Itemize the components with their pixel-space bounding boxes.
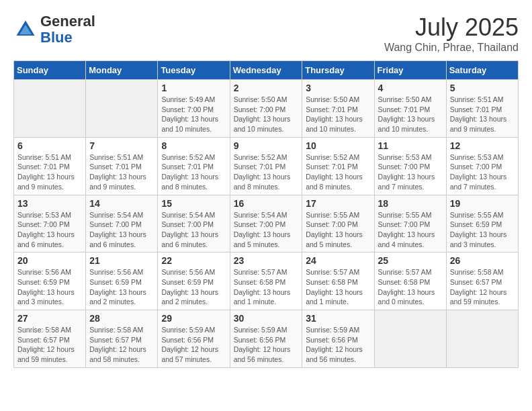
- day-number: 28: [89, 313, 154, 324]
- weekday-wednesday: Wednesday: [230, 61, 302, 80]
- day-number: 27: [17, 313, 82, 324]
- calendar-cell: 13Sunrise: 5:53 AM Sunset: 7:00 PM Dayli…: [14, 195, 86, 253]
- day-number: 2: [234, 83, 299, 93]
- weekday-tuesday: Tuesday: [158, 61, 230, 80]
- logo-text: General Blue: [40, 13, 95, 46]
- day-info: Sunrise: 5:55 AM Sunset: 7:00 PM Dayligh…: [306, 210, 370, 250]
- weekday-header-row: SundayMondayTuesdayWednesdayThursdayFrid…: [14, 61, 519, 80]
- calendar-cell: 24Sunrise: 5:57 AM Sunset: 6:58 PM Dayli…: [302, 253, 374, 310]
- calendar-cell: 7Sunrise: 5:51 AM Sunset: 7:01 PM Daylig…: [86, 137, 158, 195]
- day-number: 10: [306, 140, 370, 151]
- calendar-cell: [86, 80, 158, 138]
- day-info: Sunrise: 5:59 AM Sunset: 6:56 PM Dayligh…: [234, 325, 299, 365]
- day-info: Sunrise: 5:50 AM Sunset: 7:00 PM Dayligh…: [234, 95, 299, 134]
- calendar-cell: [14, 80, 86, 138]
- day-number: 8: [161, 140, 226, 151]
- calendar-cell: 29Sunrise: 5:59 AM Sunset: 6:56 PM Dayli…: [158, 310, 230, 368]
- day-info: Sunrise: 5:56 AM Sunset: 6:59 PM Dayligh…: [161, 267, 226, 307]
- day-number: 5: [450, 83, 515, 93]
- day-number: 31: [306, 313, 370, 324]
- calendar-cell: 10Sunrise: 5:52 AM Sunset: 7:01 PM Dayli…: [302, 137, 374, 195]
- calendar-cell: 17Sunrise: 5:55 AM Sunset: 7:00 PM Dayli…: [302, 195, 374, 253]
- day-number: 29: [161, 313, 226, 324]
- calendar-cell: 30Sunrise: 5:59 AM Sunset: 6:56 PM Dayli…: [230, 310, 302, 368]
- calendar-week-3: 13Sunrise: 5:53 AM Sunset: 7:00 PM Dayli…: [14, 195, 519, 253]
- day-info: Sunrise: 5:49 AM Sunset: 7:00 PM Dayligh…: [161, 95, 226, 134]
- calendar-cell: 27Sunrise: 5:58 AM Sunset: 6:57 PM Dayli…: [14, 310, 86, 368]
- calendar-cell: 19Sunrise: 5:55 AM Sunset: 6:59 PM Dayli…: [446, 195, 518, 253]
- calendar-week-1: 1Sunrise: 5:49 AM Sunset: 7:00 PM Daylig…: [14, 80, 519, 138]
- calendar-cell: 21Sunrise: 5:56 AM Sunset: 6:59 PM Dayli…: [86, 253, 158, 310]
- calendar-body: 1Sunrise: 5:49 AM Sunset: 7:00 PM Daylig…: [14, 80, 519, 368]
- day-number: 6: [17, 140, 82, 151]
- day-info: Sunrise: 5:58 AM Sunset: 6:57 PM Dayligh…: [17, 325, 82, 365]
- day-number: 15: [161, 198, 226, 209]
- location-title: Wang Chin, Phrae, Thailand: [384, 42, 519, 54]
- day-number: 13: [17, 198, 82, 209]
- day-info: Sunrise: 5:56 AM Sunset: 6:59 PM Dayligh…: [89, 267, 154, 307]
- calendar-cell: 5Sunrise: 5:51 AM Sunset: 7:01 PM Daylig…: [446, 80, 518, 138]
- day-number: 24: [306, 255, 370, 266]
- calendar-cell: 9Sunrise: 5:52 AM Sunset: 7:01 PM Daylig…: [230, 137, 302, 195]
- calendar-cell: 22Sunrise: 5:56 AM Sunset: 6:59 PM Dayli…: [158, 253, 230, 310]
- day-number: 19: [450, 198, 515, 209]
- day-number: 26: [450, 255, 515, 266]
- day-info: Sunrise: 5:53 AM Sunset: 7:00 PM Dayligh…: [450, 152, 515, 192]
- day-info: Sunrise: 5:57 AM Sunset: 6:58 PM Dayligh…: [234, 267, 299, 307]
- day-number: 9: [234, 140, 299, 151]
- day-number: 12: [450, 140, 515, 151]
- day-number: 11: [378, 140, 443, 151]
- weekday-friday: Friday: [374, 61, 446, 80]
- day-info: Sunrise: 5:53 AM Sunset: 7:00 PM Dayligh…: [17, 210, 82, 250]
- day-info: Sunrise: 5:53 AM Sunset: 7:00 PM Dayligh…: [378, 152, 443, 192]
- month-title: July 2025: [384, 13, 519, 42]
- day-number: 22: [161, 255, 226, 266]
- weekday-thursday: Thursday: [302, 61, 374, 80]
- day-info: Sunrise: 5:58 AM Sunset: 6:57 PM Dayligh…: [89, 325, 154, 365]
- calendar-cell: 25Sunrise: 5:57 AM Sunset: 6:58 PM Dayli…: [374, 253, 446, 310]
- day-info: Sunrise: 5:57 AM Sunset: 6:58 PM Dayligh…: [378, 267, 443, 307]
- title-block: July 2025 Wang Chin, Phrae, Thailand: [384, 13, 519, 54]
- logo: General Blue: [13, 13, 95, 46]
- calendar-cell: 6Sunrise: 5:51 AM Sunset: 7:01 PM Daylig…: [14, 137, 86, 195]
- day-number: 3: [306, 83, 370, 93]
- day-info: Sunrise: 5:51 AM Sunset: 7:01 PM Dayligh…: [89, 152, 154, 192]
- day-info: Sunrise: 5:54 AM Sunset: 7:00 PM Dayligh…: [161, 210, 226, 250]
- calendar-cell: [446, 310, 518, 368]
- day-number: 23: [234, 255, 299, 266]
- day-info: Sunrise: 5:58 AM Sunset: 6:57 PM Dayligh…: [450, 267, 515, 307]
- calendar-cell: 31Sunrise: 5:59 AM Sunset: 6:56 PM Dayli…: [302, 310, 374, 368]
- calendar-cell: 23Sunrise: 5:57 AM Sunset: 6:58 PM Dayli…: [230, 253, 302, 310]
- calendar-week-5: 27Sunrise: 5:58 AM Sunset: 6:57 PM Dayli…: [14, 310, 519, 368]
- day-info: Sunrise: 5:55 AM Sunset: 6:59 PM Dayligh…: [450, 210, 515, 250]
- calendar-cell: 8Sunrise: 5:52 AM Sunset: 7:01 PM Daylig…: [158, 137, 230, 195]
- calendar-cell: 1Sunrise: 5:49 AM Sunset: 7:00 PM Daylig…: [158, 80, 230, 138]
- day-info: Sunrise: 5:52 AM Sunset: 7:01 PM Dayligh…: [161, 152, 226, 192]
- day-info: Sunrise: 5:59 AM Sunset: 6:56 PM Dayligh…: [306, 325, 370, 365]
- calendar-week-2: 6Sunrise: 5:51 AM Sunset: 7:01 PM Daylig…: [14, 137, 519, 195]
- day-number: 30: [234, 313, 299, 324]
- day-info: Sunrise: 5:59 AM Sunset: 6:56 PM Dayligh…: [161, 325, 226, 365]
- logo-general: General: [40, 13, 95, 30]
- day-number: 16: [234, 198, 299, 209]
- day-info: Sunrise: 5:52 AM Sunset: 7:01 PM Dayligh…: [234, 152, 299, 192]
- day-number: 17: [306, 198, 370, 209]
- calendar-cell: 4Sunrise: 5:50 AM Sunset: 7:01 PM Daylig…: [374, 80, 446, 138]
- day-info: Sunrise: 5:56 AM Sunset: 6:59 PM Dayligh…: [17, 267, 82, 307]
- day-number: 25: [378, 255, 443, 266]
- calendar-cell: 28Sunrise: 5:58 AM Sunset: 6:57 PM Dayli…: [86, 310, 158, 368]
- weekday-monday: Monday: [86, 61, 158, 80]
- day-number: 7: [89, 140, 154, 151]
- day-number: 4: [378, 83, 443, 93]
- day-info: Sunrise: 5:54 AM Sunset: 7:00 PM Dayligh…: [234, 210, 299, 250]
- day-number: 1: [161, 83, 226, 93]
- calendar-table: SundayMondayTuesdayWednesdayThursdayFrid…: [13, 60, 519, 368]
- day-info: Sunrise: 5:51 AM Sunset: 7:01 PM Dayligh…: [450, 95, 515, 134]
- calendar-cell: 20Sunrise: 5:56 AM Sunset: 6:59 PM Dayli…: [14, 253, 86, 310]
- day-info: Sunrise: 5:50 AM Sunset: 7:01 PM Dayligh…: [378, 95, 443, 134]
- day-number: 20: [17, 255, 82, 266]
- calendar-week-4: 20Sunrise: 5:56 AM Sunset: 6:59 PM Dayli…: [14, 253, 519, 310]
- calendar-cell: 11Sunrise: 5:53 AM Sunset: 7:00 PM Dayli…: [374, 137, 446, 195]
- calendar-cell: 3Sunrise: 5:50 AM Sunset: 7:01 PM Daylig…: [302, 80, 374, 138]
- weekday-saturday: Saturday: [446, 61, 518, 80]
